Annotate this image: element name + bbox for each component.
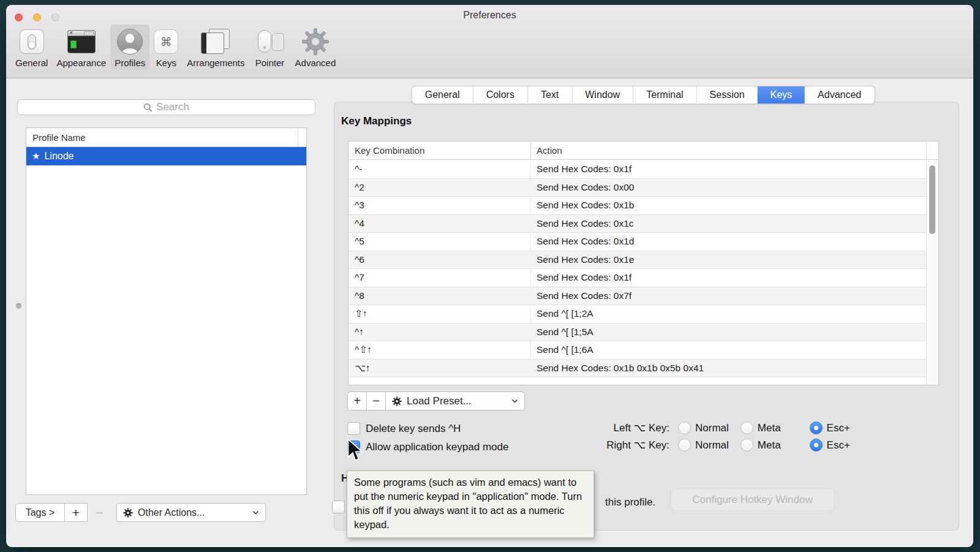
terminal-window-icon: ✕ — [67, 27, 96, 56]
mouse-icon — [254, 27, 287, 56]
gear-icon — [302, 27, 329, 56]
application-keypad-checkbox-row: ✓ Allow application keypad mode — [347, 440, 508, 453]
tab-keys[interactable]: Keys — [758, 86, 805, 104]
search-placeholder: Search — [156, 101, 189, 113]
toolbar: General ✕ Appearance Profiles ⌘ Keys — [11, 25, 340, 70]
right-option-esc-radio[interactable] — [810, 439, 823, 452]
key-mapping-row[interactable]: ^-Send Hex Codes: 0x1f — [349, 161, 926, 179]
configure-hotkey-window-button[interactable]: Configure Hotkey Window — [671, 488, 834, 511]
tab-general[interactable]: General — [412, 86, 473, 104]
key-mapping-row[interactable]: ^⇧↑Send ^[ [1;6A — [349, 341, 926, 360]
tab-colors[interactable]: Colors — [473, 86, 528, 104]
add-profile-button[interactable]: + — [64, 503, 88, 522]
table-scrollbar-track[interactable] — [926, 161, 938, 385]
key-mapping-row[interactable]: ^2Send Hex Codes: 0x00 — [349, 179, 926, 197]
key-mapping-row[interactable]: ^4Send Hex Codes: 0x1c — [349, 215, 926, 233]
tab-session[interactable]: Session — [697, 86, 758, 104]
table-scrollbar-thumb[interactable] — [929, 165, 935, 234]
tab-window[interactable]: Window — [572, 86, 633, 104]
toolbar-item-profiles[interactable]: Profiles — [110, 25, 149, 70]
toolbar-item-appearance[interactable]: ✕ Appearance — [52, 25, 110, 70]
keypad-mode-tooltip: Some programs (such as vim and emacs) wa… — [347, 471, 594, 538]
left-option-normal-radio[interactable] — [678, 422, 691, 434]
key-mapping-controls: + − Load Preset... — [347, 391, 525, 410]
delete-key-sends-checkbox[interactable] — [347, 422, 360, 435]
profile-row-linode[interactable]: ★ Linode — [26, 147, 306, 165]
delete-key-sends-checkbox-row: Delete key sends ^H — [347, 422, 461, 435]
command-key-icon: ⌘ — [154, 27, 178, 56]
left-option-meta-radio[interactable] — [741, 422, 753, 434]
chevron-down-icon — [511, 399, 518, 403]
windows-stack-icon — [201, 27, 230, 56]
tags-button[interactable]: Tags > — [15, 503, 65, 522]
chevron-down-icon — [252, 510, 259, 515]
gear-icon — [123, 508, 133, 518]
right-option-normal-radio[interactable] — [678, 439, 691, 452]
remove-profile-button-disabled: − — [88, 503, 112, 522]
tab-advanced[interactable]: Advanced — [805, 86, 874, 104]
tab-text[interactable]: Text — [528, 86, 572, 104]
other-actions-dropdown[interactable]: Other Actions... — [116, 503, 266, 522]
key-mapping-row[interactable]: ^8Send Hex Codes: 0x7f — [349, 287, 926, 306]
search-input[interactable]: Search — [17, 99, 315, 115]
right-option-key-group: Right ⌥ Key: Normal Meta Esc+ — [579, 439, 850, 452]
key-mapping-row[interactable]: ^5Send Hex Codes: 0x1d — [349, 233, 926, 251]
profile-tabbar: General Colors Text Window Terminal Sess… — [412, 86, 875, 104]
person-icon — [117, 27, 143, 56]
key-mappings-table-body: ^-Send Hex Codes: 0x1f ^2Send Hex Codes:… — [349, 161, 926, 385]
pane-splitter-handle[interactable] — [16, 303, 21, 309]
add-mapping-button[interactable]: + — [347, 391, 367, 410]
profile-list-header: Profile Name — [26, 128, 306, 147]
window-chrome: Preferences General ✕ Appearance Profile… — [6, 5, 973, 78]
tab-terminal[interactable]: Terminal — [633, 86, 696, 104]
star-icon: ★ — [32, 151, 40, 162]
key-mappings-heading: Key Mappings — [341, 115, 412, 127]
search-icon — [143, 103, 153, 112]
key-mapping-row[interactable]: ^↑Send ^[ [1;5A — [349, 323, 926, 342]
hotkey-text-fragment: this profile. — [605, 496, 655, 509]
remove-mapping-button[interactable]: − — [366, 391, 386, 410]
sidebar-button-bar: Tags > + − Other Actions... — [15, 503, 266, 522]
key-mapping-row[interactable]: ^3Send Hex Codes: 0x1b — [349, 197, 926, 215]
key-mapping-row[interactable]: ^7Send Hex Codes: 0x1f — [349, 269, 926, 287]
toolbar-item-general[interactable]: General — [11, 25, 52, 70]
key-mappings-table-header: Key Combination Action — [349, 142, 938, 160]
left-option-esc-radio[interactable] — [810, 422, 823, 434]
key-mapping-row[interactable]: ^6Send Hex Codes: 0x1e — [349, 251, 926, 270]
left-option-key-group: Left ⌥ Key: Normal Meta Esc+ — [579, 422, 850, 434]
mouse-cursor — [347, 439, 364, 464]
profile-list: Profile Name ★ Linode — [26, 127, 307, 495]
window-title: Preferences — [6, 10, 973, 21]
key-mapping-row[interactable]: ⌥↑Send Hex Codes: 0x1b 0x1b 0x5b 0x41 — [349, 360, 926, 378]
toggle-switch-icon — [20, 27, 44, 56]
key-mappings-table: Key Combination Action ^-Send Hex Codes:… — [348, 141, 939, 385]
gear-icon — [392, 396, 402, 406]
preferences-window: Preferences General ✕ Appearance Profile… — [6, 5, 973, 547]
toolbar-item-pointer[interactable]: Pointer — [249, 25, 291, 70]
toolbar-item-advanced[interactable]: Advanced — [291, 25, 341, 70]
toolbar-item-arrangements[interactable]: Arrangements — [183, 25, 249, 70]
load-preset-dropdown[interactable]: Load Preset... — [385, 391, 525, 410]
profile-name: Linode — [44, 151, 74, 162]
hotkey-checkbox[interactable] — [332, 501, 345, 513]
toolbar-item-keys[interactable]: ⌘ Keys — [149, 25, 183, 70]
key-mapping-row[interactable]: ⇧↑Send ^[ [1;2A — [349, 305, 926, 323]
right-option-meta-radio[interactable] — [741, 439, 753, 452]
